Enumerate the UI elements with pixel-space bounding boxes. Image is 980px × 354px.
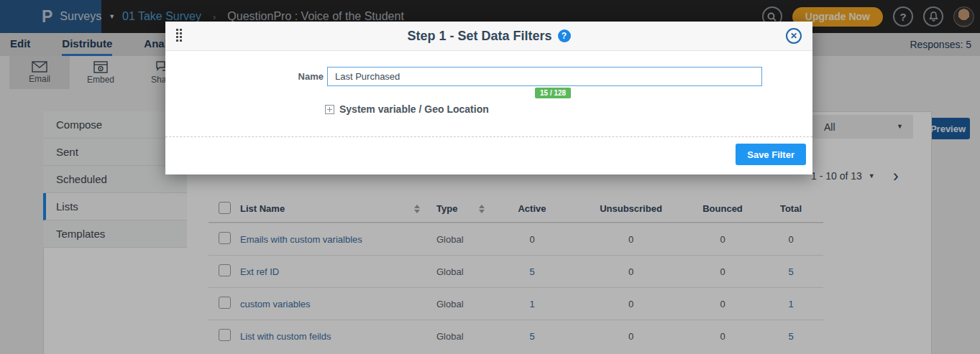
- save-filter-button[interactable]: Save Filter: [736, 144, 806, 165]
- app-screen: P Surveys ▼ 01 Take Survey › QuestionPro…: [0, 0, 980, 354]
- expand-plus-icon: [325, 105, 334, 114]
- char-count-badge: 15 / 128: [535, 88, 571, 98]
- filter-name-input[interactable]: [327, 67, 762, 86]
- modal-title: Step 1 - Set Data Filters: [407, 29, 551, 44]
- help-circle-icon[interactable]: ?: [558, 29, 571, 42]
- close-icon[interactable]: ✕: [786, 28, 802, 44]
- modal-footer: Save Filter: [165, 136, 812, 174]
- name-label: Name: [266, 71, 324, 82]
- system-variable-expander[interactable]: System variable / Geo Location: [325, 103, 489, 115]
- set-data-filters-modal: Step 1 - Set Data Filters ? ✕ Name 15 / …: [165, 22, 812, 174]
- modal-header: Step 1 - Set Data Filters ? ✕: [165, 22, 812, 51]
- drag-handle-icon[interactable]: [176, 29, 182, 42]
